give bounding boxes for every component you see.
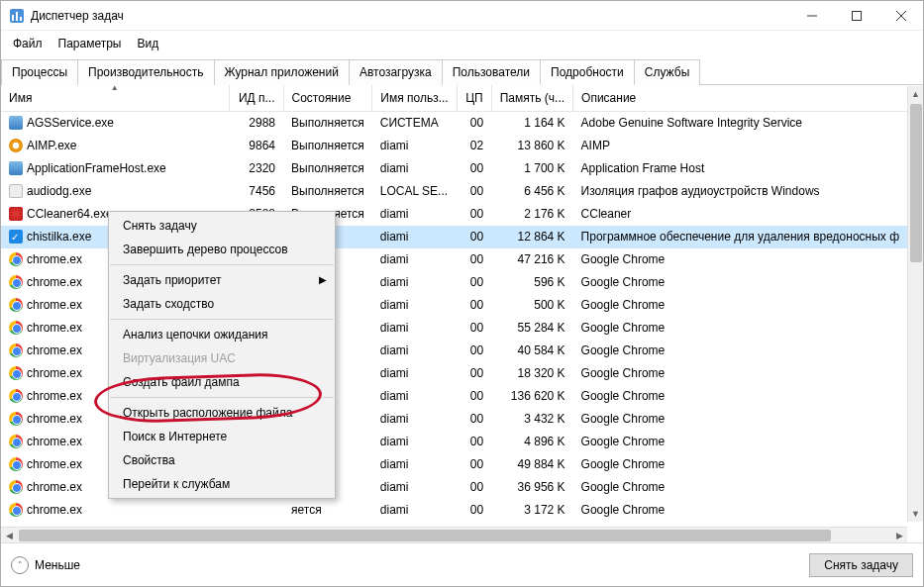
end-task-button[interactable]: Снять задачу: [809, 553, 913, 577]
ctx-affinity[interactable]: Задать сходство: [109, 292, 335, 316]
process-desc: Google Chrome: [573, 248, 923, 271]
process-desc: CCleaner: [573, 203, 923, 226]
ctx-dump[interactable]: Создать файл дампа: [109, 370, 335, 394]
process-pid: 2320: [229, 157, 283, 180]
process-desc: AIMP: [573, 135, 923, 157]
scroll-up-icon[interactable]: ▲: [908, 86, 923, 102]
scroll-left-icon[interactable]: ◀: [1, 528, 17, 543]
process-name: chrome.ex: [27, 252, 82, 266]
process-user: diami: [372, 408, 457, 431]
process-user: diami: [372, 385, 457, 408]
close-button[interactable]: [878, 1, 923, 31]
process-desc: Google Chrome: [573, 317, 923, 340]
menu-file[interactable]: Файл: [5, 33, 51, 54]
process-pid: 2988: [229, 112, 283, 136]
process-icon: [9, 435, 23, 448]
process-mem: 1 164 K: [491, 112, 572, 136]
process-cpu: 00: [457, 271, 491, 294]
table-row[interactable]: AGSService.exe2988ВыполняетсяСИСТЕМА001 …: [1, 112, 923, 136]
process-name: audiodg.exe: [27, 184, 91, 198]
process-desc: Изоляция графов аудиоустройств Windows: [573, 180, 923, 203]
process-icon: [9, 275, 23, 289]
process-pid: 7456: [229, 180, 283, 203]
tab-users[interactable]: Пользователи: [442, 59, 541, 85]
process-name: CCleaner64.exe: [27, 207, 113, 221]
svg-rect-1: [12, 15, 14, 21]
process-cpu: 02: [457, 135, 491, 157]
process-desc: Google Chrome: [573, 294, 923, 317]
col-state[interactable]: Состояние: [283, 85, 372, 112]
minimize-button[interactable]: [789, 1, 834, 31]
ctx-endtree[interactable]: Завершить дерево процессов: [109, 238, 335, 261]
col-pid[interactable]: ИД п...: [229, 85, 283, 112]
col-name[interactable]: ▲Имя: [1, 85, 229, 112]
tab-apphistory[interactable]: Журнал приложений: [214, 59, 350, 85]
ctx-priority[interactable]: Задать приоритет▶: [109, 268, 335, 292]
table-row[interactable]: audiodg.exe7456ВыполняетсяLOCAL SE...006…: [1, 180, 923, 203]
col-user[interactable]: Имя польз...: [372, 85, 457, 112]
menu-options[interactable]: Параметры: [51, 33, 130, 54]
scroll-thumb[interactable]: [910, 104, 922, 262]
table-row[interactable]: ApplicationFrameHost.exe2320Выполняетсяd…: [1, 157, 923, 180]
process-user: diami: [372, 431, 457, 453]
process-name: ApplicationFrameHost.exe: [27, 161, 166, 175]
process-icon: [9, 139, 23, 152]
process-state: Выполняется: [283, 180, 372, 203]
ctx-props[interactable]: Свойства: [109, 448, 335, 472]
submenu-arrow-icon: ▶: [319, 274, 327, 285]
ctx-gotosvc[interactable]: Перейти к службам: [109, 472, 335, 496]
menu-view[interactable]: Вид: [129, 33, 166, 54]
process-mem: 3 432 K: [491, 408, 572, 431]
process-desc: Google Chrome: [573, 271, 923, 294]
menu-separator: [110, 264, 334, 265]
process-name: chistilka.exe: [27, 230, 91, 244]
process-icon: [9, 116, 23, 130]
process-cpu: 00: [457, 226, 491, 248]
process-icon: [9, 252, 23, 266]
ctx-openloc[interactable]: Открыть расположение файла: [109, 401, 335, 425]
table-row[interactable]: chrome.exяетсяdiami003 172 KGoogle Chrom…: [1, 499, 923, 519]
process-user: diami: [372, 157, 457, 180]
tab-processes[interactable]: Процессы: [1, 59, 78, 85]
process-mem: 36 956 K: [491, 476, 572, 499]
process-user: diami: [372, 317, 457, 340]
ctx-searchweb[interactable]: Поиск в Интернете: [109, 425, 335, 448]
process-desc: Adobe Genuine Software Integrity Service: [573, 112, 923, 136]
col-mem[interactable]: Память (ч...: [491, 85, 572, 112]
process-state: Выполняется: [283, 135, 372, 157]
sort-indicator-icon: ▲: [111, 85, 119, 92]
horizontal-scrollbar[interactable]: ◀ ▶: [1, 527, 907, 542]
col-cpu[interactable]: ЦП: [457, 85, 491, 112]
tab-services[interactable]: Службы: [634, 59, 700, 85]
ctx-endtask[interactable]: Снять задачу: [109, 214, 335, 238]
process-cpu: 00: [457, 362, 491, 385]
tab-performance[interactable]: Производительность: [77, 59, 214, 85]
ctx-waitchain[interactable]: Анализ цепочки ожидания: [109, 323, 335, 346]
process-user: diami: [372, 476, 457, 499]
scroll-down-icon[interactable]: ▼: [908, 506, 923, 522]
process-user: СИСТЕМА: [372, 112, 457, 136]
process-icon: [9, 321, 23, 335]
process-cpu: 00: [457, 317, 491, 340]
tab-details[interactable]: Подробности: [540, 59, 635, 85]
scroll-right-icon[interactable]: ▶: [891, 528, 907, 543]
maximize-button[interactable]: [834, 1, 878, 31]
process-icon: [9, 366, 23, 380]
process-name: chrome.ex: [27, 457, 82, 471]
table-row[interactable]: AIMP.exe9864Выполняетсяdiami0213 860 KAI…: [1, 135, 923, 157]
vertical-scrollbar[interactable]: ▲ ▼: [907, 86, 923, 522]
process-cpu: 00: [457, 180, 491, 203]
process-cpu: 00: [457, 203, 491, 226]
process-cpu: 00: [457, 157, 491, 180]
tab-startup[interactable]: Автозагрузка: [349, 59, 443, 85]
process-cpu: 00: [457, 248, 491, 271]
process-mem: 136 620 K: [491, 385, 572, 408]
process-mem: 3 172 K: [491, 499, 572, 519]
context-menu: Снять задачуЗавершить дерево процессовЗа…: [108, 211, 336, 499]
process-user: diami: [372, 248, 457, 271]
col-desc[interactable]: Описание: [573, 85, 923, 112]
fewer-details-button[interactable]: ˄ Меньше: [11, 556, 80, 574]
process-pid: 9864: [229, 135, 283, 157]
process-desc: Google Chrome: [573, 385, 923, 408]
hscroll-thumb[interactable]: [19, 530, 831, 541]
